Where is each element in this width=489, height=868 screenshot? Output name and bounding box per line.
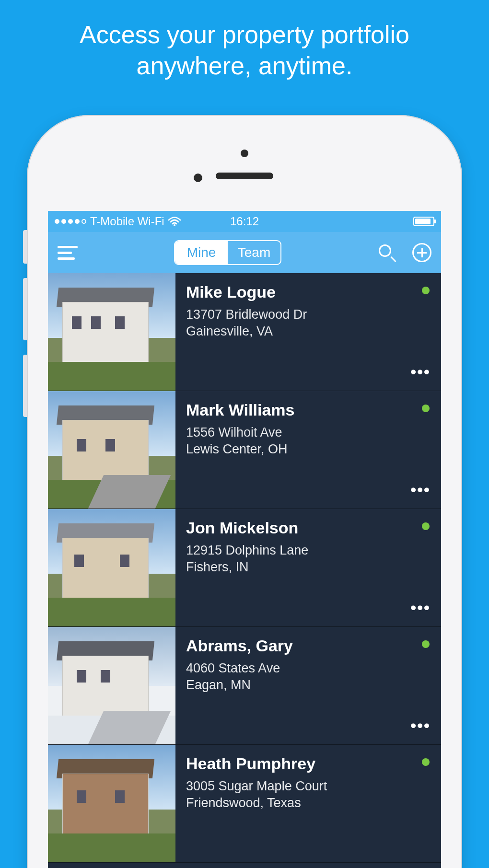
nav-bar: Mine Team	[48, 232, 441, 273]
property-address-1: 13707 Bridlewood Dr	[186, 307, 307, 322]
list-item[interactable]: Abrams, Gary 4060 States Ave Eagan, MN •…	[48, 627, 441, 745]
list-item[interactable]: Mike Logue 13707 Bridlewood Dr Gainesvil…	[48, 273, 441, 391]
phone-frame: T-Mobile Wi-Fi 16:12 Mine Team	[27, 115, 462, 868]
battery-icon	[413, 217, 434, 226]
more-icon[interactable]: •••	[410, 716, 431, 735]
property-name: Jon Mickelson	[186, 519, 431, 537]
status-dot-icon	[422, 640, 430, 648]
status-dot-icon	[422, 287, 430, 294]
property-thumbnail	[48, 391, 175, 509]
property-address-2: Fishers, IN	[186, 560, 249, 574]
search-icon[interactable]	[378, 243, 396, 262]
list-item[interactable]: Mark Williams 1556 Wilhoit Ave Lewis Cen…	[48, 391, 441, 509]
add-icon[interactable]	[412, 243, 431, 262]
more-icon[interactable]: •••	[410, 362, 431, 381]
property-address-2: Gainesville, VA	[186, 324, 273, 338]
property-thumbnail	[48, 273, 175, 391]
status-dot-icon	[422, 758, 430, 766]
property-address-2: Eagan, MN	[186, 678, 251, 692]
sensor-dot	[241, 150, 248, 157]
status-time: 16:12	[230, 215, 259, 228]
property-name: Mike Logue	[186, 283, 431, 301]
promo-line2: anywhere, anytime.	[137, 52, 353, 80]
promo-headline: Access your property portfolio anywhere,…	[0, 0, 489, 96]
property-address-1: 12915 Dolphins Lane	[186, 543, 308, 557]
status-dot-icon	[422, 522, 430, 530]
status-dot-icon	[422, 405, 430, 412]
list-item[interactable]: Heath Pumphrey 3005 Sugar Maple Court Fr…	[48, 745, 441, 863]
property-address-1: 3005 Sugar Maple Court	[186, 779, 327, 793]
property-name: Mark Williams	[186, 401, 431, 419]
tab-mine[interactable]: Mine	[175, 241, 228, 264]
property-address-1: 1556 Wilhoit Ave	[186, 425, 282, 440]
speaker-slot	[216, 173, 273, 179]
property-list[interactable]: Mike Logue 13707 Bridlewood Dr Gainesvil…	[48, 273, 441, 863]
property-name: Heath Pumphrey	[186, 754, 431, 773]
promo-line1: Access your property portfolio	[80, 21, 409, 48]
property-address-1: 4060 States Ave	[186, 661, 280, 675]
status-bar: T-Mobile Wi-Fi 16:12	[48, 211, 441, 232]
property-thumbnail	[48, 627, 175, 744]
camera-dot	[194, 174, 202, 182]
more-icon[interactable]: •••	[410, 480, 431, 499]
list-item[interactable]: Jon Mickelson 12915 Dolphins Lane Fisher…	[48, 509, 441, 627]
property-name: Abrams, Gary	[186, 637, 431, 655]
property-thumbnail	[48, 745, 175, 862]
property-thumbnail	[48, 509, 175, 626]
wifi-icon	[168, 217, 181, 226]
more-icon[interactable]: •••	[410, 598, 431, 617]
phone-screen: T-Mobile Wi-Fi 16:12 Mine Team	[48, 211, 441, 868]
segmented-control: Mine Team	[174, 240, 281, 265]
carrier-label: T-Mobile Wi-Fi	[90, 215, 164, 228]
property-address-2: Friendswood, Texas	[186, 796, 301, 810]
menu-icon[interactable]	[58, 246, 78, 260]
tab-team[interactable]: Team	[228, 241, 280, 264]
svg-point-0	[174, 224, 175, 226]
property-address-2: Lewis Center, OH	[186, 442, 288, 456]
signal-dots-icon	[55, 219, 86, 224]
